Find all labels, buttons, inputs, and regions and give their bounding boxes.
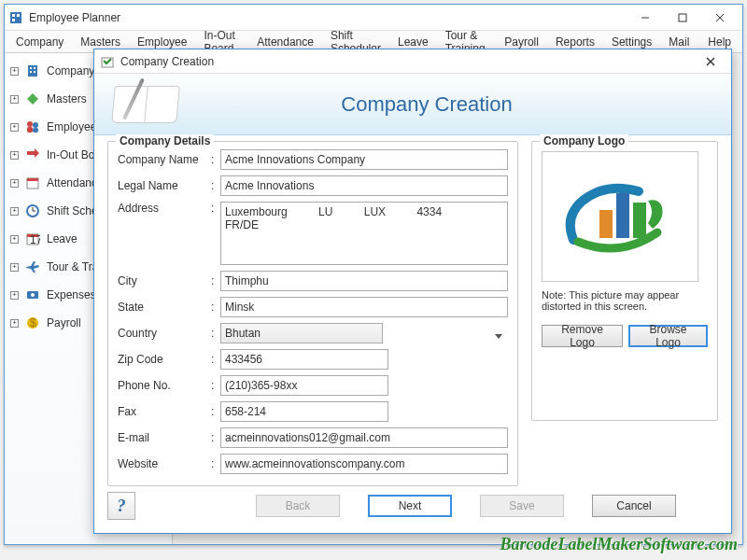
svg-marker-18 xyxy=(27,148,39,158)
expand-icon[interactable]: + xyxy=(10,123,19,132)
svg-rect-37 xyxy=(616,193,629,238)
svg-rect-20 xyxy=(27,178,38,181)
details-legend: Company Details xyxy=(116,134,214,147)
svg-rect-12 xyxy=(34,71,35,73)
company-details-group: Company Details Company Name : Legal Nam… xyxy=(107,141,518,486)
maximize-button[interactable] xyxy=(664,7,701,29)
svg-rect-0 xyxy=(10,12,21,23)
menu-leave[interactable]: Leave xyxy=(390,34,436,50)
label-fax: Fax xyxy=(118,405,211,418)
tree-label: Leave xyxy=(47,232,78,245)
expand-icon[interactable]: + xyxy=(10,151,19,160)
menu-attendance[interactable]: Attendance xyxy=(249,34,321,50)
tree-label: Employee xyxy=(47,120,96,133)
minimize-button[interactable] xyxy=(627,7,664,29)
address-field[interactable] xyxy=(220,202,508,265)
label-address: Address xyxy=(118,202,211,215)
dialog-titlebar: Company Creation xyxy=(94,49,731,74)
browse-logo-button[interactable]: Browse Logo xyxy=(628,325,708,347)
expand-icon[interactable]: + xyxy=(10,263,19,272)
svg-point-14 xyxy=(27,121,33,127)
svg-text:$: $ xyxy=(30,316,36,329)
tree-label: Expenses xyxy=(47,288,96,301)
phone-field[interactable] xyxy=(220,375,388,396)
menu-settings[interactable]: Settings xyxy=(604,34,659,50)
expand-icon[interactable]: + xyxy=(10,95,19,104)
expand-icon[interactable]: + xyxy=(10,291,19,300)
website-field[interactable] xyxy=(220,454,508,474)
menu-employee[interactable]: Employee xyxy=(130,34,194,50)
dialog-icon xyxy=(100,54,115,69)
banner-art-icon xyxy=(104,78,216,131)
label-zip: Zip Code xyxy=(118,353,211,366)
label-state: State xyxy=(118,301,211,314)
chevron-down-icon xyxy=(495,329,502,343)
calendar-icon xyxy=(24,175,41,191)
email-field[interactable] xyxy=(220,427,508,448)
label-website: Website xyxy=(118,457,211,470)
company-creation-dialog: Company Creation Company Creation Compan… xyxy=(93,49,732,534)
menu-payroll[interactable]: Payroll xyxy=(497,34,546,50)
state-field[interactable] xyxy=(220,297,508,317)
people-icon xyxy=(24,119,41,135)
dialog-title: Company Creation xyxy=(120,55,696,68)
city-field[interactable] xyxy=(220,271,508,291)
svg-text:17: 17 xyxy=(30,233,40,246)
svg-marker-13 xyxy=(27,93,38,105)
masters-icon xyxy=(24,91,41,107)
close-button[interactable] xyxy=(701,7,739,29)
expand-icon[interactable]: + xyxy=(10,319,19,328)
logo-note: Note: This picture may appear distorted … xyxy=(542,289,708,312)
svg-marker-27 xyxy=(26,261,39,273)
remove-logo-button[interactable]: Remove Logo xyxy=(542,325,623,347)
banner-title: Company Creation xyxy=(216,92,731,117)
fax-field[interactable] xyxy=(220,401,388,422)
menu-masters[interactable]: Masters xyxy=(73,34,128,50)
leave-icon: 17 xyxy=(24,231,41,247)
menu-mail[interactable]: Mail xyxy=(661,34,697,50)
svg-rect-8 xyxy=(28,65,37,77)
legal-name-field[interactable] xyxy=(220,175,508,196)
clock-icon xyxy=(24,203,41,219)
expand-icon[interactable]: + xyxy=(10,207,19,216)
expand-icon[interactable]: + xyxy=(10,67,19,76)
svg-rect-38 xyxy=(633,203,646,238)
svg-rect-11 xyxy=(30,71,32,73)
tree-label: Payroll xyxy=(47,316,81,329)
zip-field[interactable] xyxy=(220,349,388,370)
save-button: Save xyxy=(480,495,564,517)
expand-icon[interactable]: + xyxy=(10,235,19,244)
app-icon xyxy=(8,10,23,25)
company-name-field[interactable] xyxy=(220,149,508,170)
expand-icon[interactable]: + xyxy=(10,179,19,188)
svg-rect-16 xyxy=(27,127,33,133)
label-legal-name: Legal Name xyxy=(118,179,211,192)
dialog-footer: ? Back Next Save Cancel xyxy=(94,486,731,533)
svg-point-29 xyxy=(31,293,35,297)
label-phone: Phone No. xyxy=(118,379,211,392)
svg-rect-9 xyxy=(30,67,32,69)
inout-icon xyxy=(24,147,41,163)
money-icon xyxy=(24,287,41,303)
next-button[interactable]: Next xyxy=(368,495,452,517)
help-button[interactable]: ? xyxy=(107,492,135,520)
label-city: City xyxy=(118,274,211,287)
svg-rect-1 xyxy=(12,14,15,17)
svg-rect-10 xyxy=(34,67,35,69)
menu-help[interactable]: Help xyxy=(700,34,739,50)
svg-rect-17 xyxy=(33,128,38,133)
svg-rect-5 xyxy=(679,14,686,21)
label-email: E-mail xyxy=(118,431,211,444)
country-select[interactable] xyxy=(220,323,383,343)
menu-company[interactable]: Company xyxy=(8,34,71,50)
menu-reports[interactable]: Reports xyxy=(548,34,602,50)
app-title: Employee Planner xyxy=(29,11,627,24)
cancel-button[interactable]: Cancel xyxy=(592,495,676,517)
label-company-name: Company Name xyxy=(118,153,211,166)
plane-icon xyxy=(24,259,41,275)
svg-point-15 xyxy=(33,122,38,128)
building-icon xyxy=(24,63,41,79)
svg-rect-36 xyxy=(599,210,613,238)
dialog-close-button[interactable] xyxy=(696,51,726,72)
svg-marker-35 xyxy=(495,334,502,339)
